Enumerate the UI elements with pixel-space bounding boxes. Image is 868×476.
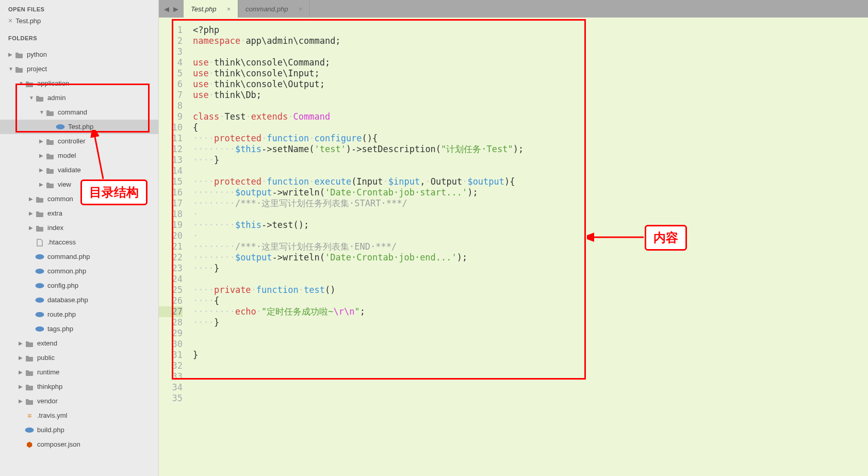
line-number[interactable]: 35 <box>159 393 183 404</box>
disclosure-arrow-icon[interactable]: ▶ <box>39 164 45 176</box>
code-line[interactable]: ····protected·function·execute(Input·$in… <box>193 176 868 187</box>
tree-item-index[interactable]: ▶index <box>0 221 158 235</box>
code-line[interactable]: use·think\console\Output; <box>193 79 868 90</box>
tree-item--htaccess[interactable]: .htaccess <box>0 235 158 250</box>
line-number[interactable]: 16 <box>159 187 183 198</box>
code-line[interactable]: ········$output->writeln('Date·Crontab·j… <box>193 252 868 263</box>
line-number[interactable]: 21 <box>159 241 183 252</box>
tree-item-public[interactable]: ▶public <box>0 351 158 365</box>
tree-item-extra[interactable]: ▶extra <box>0 206 158 221</box>
line-number[interactable]: 27 <box>159 306 183 317</box>
tree-item-validate[interactable]: ▶validate <box>0 163 158 177</box>
code-line[interactable]: use·think\console\Input; <box>193 68 868 79</box>
line-number[interactable]: 19 <box>159 220 183 231</box>
line-number[interactable]: 31 <box>159 350 183 360</box>
code-line[interactable] <box>193 46 868 57</box>
code-line[interactable]: ····{ <box>193 296 868 306</box>
disclosure-arrow-icon[interactable]: ▶ <box>8 48 14 61</box>
tree-item-tags-php[interactable]: tags.php <box>0 322 158 336</box>
code-content[interactable]: <?phpnamespace·app\admin\command;use·thi… <box>188 18 868 476</box>
line-number[interactable]: 25 <box>159 285 183 296</box>
line-number[interactable]: 18 <box>159 209 183 220</box>
code-line[interactable] <box>193 393 868 404</box>
line-number[interactable]: 24 <box>159 274 183 285</box>
line-number[interactable]: 23 <box>159 263 183 274</box>
code-line[interactable]: ····} <box>193 317 868 328</box>
line-number[interactable]: 34 <box>159 382 183 393</box>
line-number[interactable]: 15 <box>159 176 183 187</box>
line-number[interactable]: 2 <box>159 36 183 46</box>
code-line[interactable] <box>193 371 868 382</box>
disclosure-arrow-icon[interactable]: ▶ <box>29 207 35 220</box>
line-number[interactable]: 6 <box>159 79 183 90</box>
code-line[interactable]: ····} <box>193 263 868 274</box>
tree-item-composer-json[interactable]: ⬢composer.json <box>0 437 158 452</box>
code-line[interactable] <box>193 382 868 393</box>
tree-item-command[interactable]: ▼command <box>0 105 158 120</box>
line-number[interactable]: 11 <box>159 133 183 144</box>
code-line[interactable]: use·think\console\Command; <box>193 57 868 68</box>
code-line[interactable]: · <box>193 209 868 220</box>
nav-back-icon[interactable]: ◀ <box>164 5 169 13</box>
close-icon[interactable]: × <box>8 17 12 25</box>
tab-Test-php[interactable]: Test.php× <box>184 0 238 18</box>
disclosure-arrow-icon[interactable]: ▶ <box>29 222 35 234</box>
tree-item-view[interactable]: ▶view <box>0 177 158 192</box>
tree-item-common-php[interactable]: common.php <box>0 264 158 278</box>
tree-item-model[interactable]: ▶model <box>0 149 158 163</box>
disclosure-arrow-icon[interactable]: ▶ <box>19 337 25 350</box>
disclosure-arrow-icon[interactable]: ▼ <box>8 63 14 75</box>
code-line[interactable] <box>193 360 868 371</box>
tree-item-project[interactable]: ▼project <box>0 62 158 76</box>
disclosure-arrow-icon[interactable]: ▶ <box>19 381 25 393</box>
tree-item--travis-yml[interactable]: ≡.travis.yml <box>0 408 158 423</box>
tree-item-vendor[interactable]: ▶vendor <box>0 394 158 408</box>
disclosure-arrow-icon[interactable]: ▶ <box>39 150 45 162</box>
line-number[interactable]: 7 <box>159 90 183 101</box>
code-line[interactable] <box>193 339 868 350</box>
line-number[interactable]: 3 <box>159 46 183 57</box>
disclosure-arrow-icon[interactable]: ▶ <box>39 135 45 147</box>
tree-item-Test-php[interactable]: Test.php <box>0 120 158 134</box>
tab-command-php[interactable]: command.php× <box>238 0 310 18</box>
tree-item-controller[interactable]: ▶controller <box>0 134 158 149</box>
code-line[interactable]: namespace·app\admin\command; <box>193 36 868 46</box>
code-line[interactable]: ········$output->writeln('Date·Crontab·j… <box>193 187 868 198</box>
close-icon[interactable]: × <box>226 5 231 13</box>
tree-item-common[interactable]: ▶common <box>0 192 158 206</box>
open-file-item[interactable]: ×Test.php <box>0 14 158 27</box>
code-line[interactable]: use·think\Db; <box>193 90 868 101</box>
disclosure-arrow-icon[interactable]: ▼ <box>29 92 35 104</box>
tree-item-runtime[interactable]: ▶runtime <box>0 365 158 380</box>
code-line[interactable] <box>193 328 868 339</box>
line-number[interactable]: 8 <box>159 101 183 111</box>
code-area[interactable]: 1234567891011121314151617181920212223242… <box>159 18 868 476</box>
code-line[interactable]: ····} <box>193 155 868 166</box>
disclosure-arrow-icon[interactable]: ▶ <box>19 395 25 407</box>
line-number[interactable]: 20 <box>159 231 183 241</box>
tree-item-extend[interactable]: ▶extend <box>0 336 158 351</box>
line-number[interactable]: 4 <box>159 57 183 68</box>
line-number[interactable]: 10 <box>159 122 183 133</box>
line-number[interactable]: 9 <box>159 111 183 122</box>
code-line[interactable]: { <box>193 122 868 133</box>
code-line[interactable]: ········echo·"定时任务成功啦~\r\n"; <box>193 306 868 317</box>
line-number[interactable]: 1 <box>159 25 183 36</box>
disclosure-arrow-icon[interactable]: ▼ <box>19 77 25 90</box>
code-line[interactable]: } <box>193 350 868 360</box>
line-number[interactable]: 26 <box>159 296 183 306</box>
tree-item-admin[interactable]: ▼admin <box>0 91 158 105</box>
code-line[interactable]: ········$this->test(); <box>193 220 868 231</box>
tree-item-database-php[interactable]: database.php <box>0 293 158 307</box>
line-number[interactable]: 22 <box>159 252 183 263</box>
code-line[interactable]: class·Test·extends·Command <box>193 111 868 122</box>
code-line[interactable]: ········/***·这里写计划任务列表集·START·***/ <box>193 198 868 209</box>
tree-item-python[interactable]: ▶python <box>0 47 158 62</box>
tree-item-config-php[interactable]: config.php <box>0 278 158 293</box>
line-number[interactable]: 30 <box>159 339 183 350</box>
line-number[interactable]: 32 <box>159 360 183 371</box>
disclosure-arrow-icon[interactable]: ▶ <box>29 193 35 205</box>
tree-item-build-php[interactable]: build.php <box>0 423 158 437</box>
code-line[interactable]: ····private·function·test() <box>193 285 868 296</box>
disclosure-arrow-icon[interactable]: ▼ <box>39 106 45 119</box>
